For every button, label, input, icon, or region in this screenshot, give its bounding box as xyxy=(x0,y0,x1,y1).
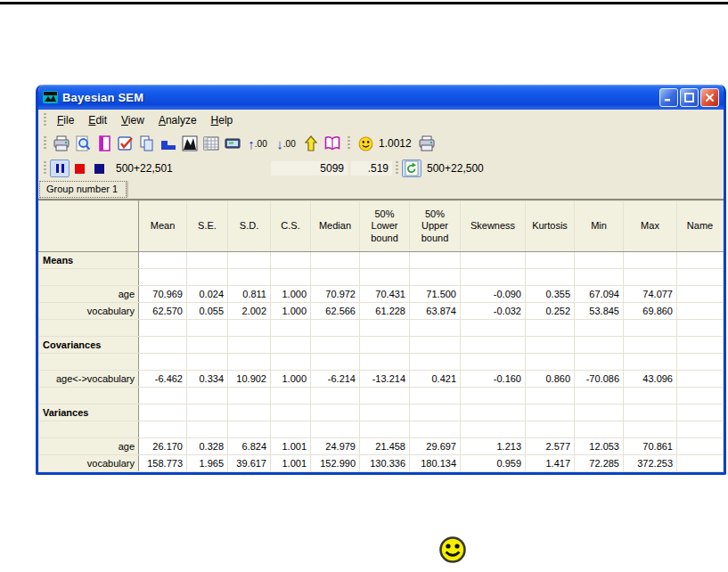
cell: 21.458 xyxy=(360,438,410,455)
print-icon[interactable] xyxy=(52,134,71,153)
menu-analyze[interactable]: Analyze xyxy=(151,111,204,129)
histogram-icon[interactable] xyxy=(159,134,178,153)
cell xyxy=(624,337,677,354)
maximize-button[interactable] xyxy=(680,88,699,107)
cell xyxy=(677,455,724,472)
cell: 61.228 xyxy=(360,303,410,320)
cell: 10.902 xyxy=(228,371,271,388)
print-preview-icon[interactable] xyxy=(73,134,93,153)
cell xyxy=(677,371,724,388)
cell xyxy=(624,421,677,438)
cell: 24.979 xyxy=(311,438,360,455)
cell: 158.773 xyxy=(139,455,187,472)
convergence-statistic: 1.0012 xyxy=(379,137,412,150)
row-label xyxy=(39,388,139,404)
options-checkbox-icon[interactable] xyxy=(116,134,135,153)
row-label: Variances xyxy=(39,404,139,421)
menu-view[interactable]: View xyxy=(114,111,151,129)
cell: -0.160 xyxy=(461,371,526,388)
cell xyxy=(311,388,360,404)
cell xyxy=(677,286,724,303)
sampling-gripper-2[interactable] xyxy=(396,161,398,176)
decrease-decimal-icon[interactable]: ↓.00 xyxy=(273,137,299,151)
row-label: age xyxy=(39,286,139,303)
cell xyxy=(461,269,526,286)
cell xyxy=(677,269,724,286)
cell xyxy=(624,252,677,269)
column-header: Name xyxy=(677,201,724,252)
square-icon xyxy=(94,164,104,174)
cell xyxy=(271,404,311,421)
cell: -13.214 xyxy=(360,371,410,388)
cell xyxy=(228,404,271,421)
cell xyxy=(271,388,311,404)
cell: 74.077 xyxy=(624,286,677,303)
cell: 43.096 xyxy=(624,371,677,388)
title-bar[interactable]: Bayesian SEM xyxy=(38,85,724,110)
cell: 63.874 xyxy=(410,303,461,320)
cell xyxy=(187,388,228,404)
acceptance-value: .519 xyxy=(351,161,392,176)
bayesian-sem-window: Bayesian SEM File Edit View Analyze Help xyxy=(36,85,726,475)
menu-help[interactable]: Help xyxy=(204,111,241,129)
cell: 70.969 xyxy=(139,286,187,303)
toolbar-gripper-2[interactable] xyxy=(348,136,350,151)
close-button[interactable] xyxy=(700,88,719,107)
data-row[interactable]: age<->vocabulary-6.4620.33410.9021.000-6… xyxy=(39,371,724,388)
cell xyxy=(624,354,677,371)
column-header: S.E. xyxy=(187,201,228,252)
stop-button[interactable] xyxy=(70,159,89,177)
print-icon-2[interactable] xyxy=(417,134,437,153)
data-row[interactable]: vocabulary158.7731.96539.6171.001152.990… xyxy=(39,455,724,472)
column-header: Kurtosis xyxy=(526,201,575,252)
sampling-gripper[interactable] xyxy=(44,161,46,176)
menu-file[interactable]: File xyxy=(50,111,81,129)
cell xyxy=(360,404,410,421)
display-icon[interactable] xyxy=(223,134,242,153)
column-header: Max xyxy=(624,201,677,252)
row-label xyxy=(39,354,139,371)
row-label: Covariances xyxy=(39,337,139,354)
copy-icon[interactable] xyxy=(137,134,157,153)
cell xyxy=(575,320,624,337)
grid-icon[interactable] xyxy=(201,134,221,153)
toolbar-gripper[interactable] xyxy=(44,136,46,151)
cell: 0.811 xyxy=(228,286,271,303)
ascend-arrow-icon[interactable] xyxy=(301,134,321,153)
open-book-icon[interactable] xyxy=(323,134,342,153)
cell xyxy=(575,404,624,421)
cell xyxy=(575,421,624,438)
main-toolbar: ↑.00 ↓.00 1.0012 xyxy=(38,130,724,157)
menu-edit[interactable]: Edit xyxy=(81,111,114,129)
data-row[interactable]: age70.9690.0240.8111.00070.97270.43171.5… xyxy=(39,286,724,303)
posterior-page-icon[interactable] xyxy=(94,134,114,153)
cell: 372.253 xyxy=(624,455,677,472)
cell: 70.861 xyxy=(624,438,677,455)
column-header: Min xyxy=(575,201,624,252)
cell xyxy=(677,320,724,337)
square-button[interactable] xyxy=(89,159,109,177)
column-header: C.S. xyxy=(271,201,311,252)
refresh-button[interactable] xyxy=(402,159,421,177)
cell xyxy=(139,388,187,404)
cell xyxy=(410,421,461,438)
menu-gripper[interactable] xyxy=(44,113,46,127)
cell: 1.001 xyxy=(271,438,311,455)
close-icon xyxy=(705,93,715,102)
group-tab[interactable]: Group number 1 xyxy=(39,181,127,198)
cell xyxy=(461,252,526,269)
cell xyxy=(187,269,228,286)
header-row: MeanS.E.S.D.C.S.Median50% Lower bound50%… xyxy=(39,201,724,252)
pause-button[interactable] xyxy=(50,159,70,177)
cell xyxy=(677,404,724,421)
minimize-button[interactable] xyxy=(659,88,678,107)
polygon-plot-icon[interactable] xyxy=(180,134,200,153)
cell: 1.000 xyxy=(271,286,311,303)
increase-decimal-icon[interactable]: ↑.00 xyxy=(244,137,271,151)
data-row[interactable]: vocabulary62.5700.0552.0021.00062.56661.… xyxy=(39,303,724,320)
cell xyxy=(526,388,575,404)
cell xyxy=(410,320,461,337)
data-row[interactable]: age26.1700.3286.8241.00124.97921.45829.6… xyxy=(39,438,724,455)
cell: 69.860 xyxy=(624,303,677,320)
corner-header xyxy=(39,201,139,252)
